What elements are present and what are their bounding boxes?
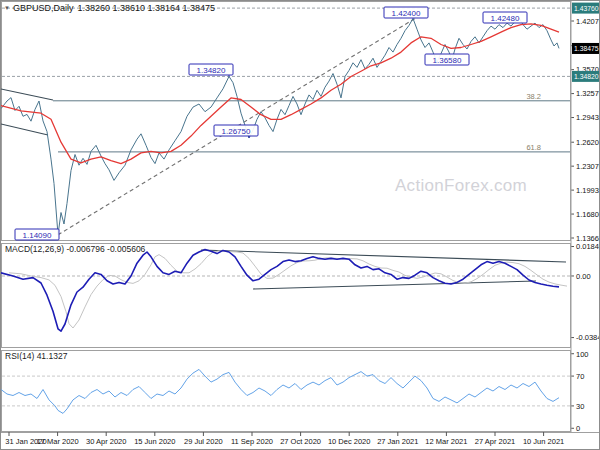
- date-tick-label: 27 Oct 2020: [280, 437, 321, 446]
- price-annotation-text: 1.36580: [433, 56, 462, 65]
- price-marker-text: 1.43760: [574, 5, 599, 12]
- axis-tick-label: -0.038483: [576, 333, 600, 342]
- date-tick-label: 11 Sep 2020: [231, 437, 273, 446]
- date-tick-label: 27 Jan 2021: [377, 437, 418, 446]
- axis-tick-label: 70: [576, 372, 584, 381]
- chart-title: ▼GBPUSD,Daily1.38260 1.38610 1.38164 1.3…: [4, 3, 215, 13]
- date-tick-label: 29 Jul 2020: [184, 437, 223, 446]
- rsi-plot-area[interactable]: [2, 351, 571, 432]
- price-plot-area[interactable]: [2, 2, 571, 241]
- axis-tick-label: 1.16800: [576, 210, 600, 219]
- chart-window: 38.261.81.140901.267501.348201.365801.42…: [0, 0, 600, 450]
- date-tick-label: 10 Dec 2020: [328, 437, 371, 446]
- price-marker-text: 1.34820: [574, 73, 599, 80]
- fib-ratio-label: 38.2: [526, 92, 541, 101]
- chart-canvas[interactable]: 38.261.81.140901.267501.348201.365801.42…: [1, 1, 600, 450]
- axis-tick-label: 1.19935: [576, 186, 600, 195]
- symbol-dropdown-icon: ▼: [4, 5, 10, 11]
- watermark: ActionForex.com: [361, 176, 561, 196]
- price-annotation-text: 1.34820: [197, 66, 226, 75]
- axis-tick-label: 1.29435: [576, 113, 600, 122]
- rsi-indicator-label: RSI(14) 41.1327: [5, 351, 67, 361]
- axis-tick-label: 30: [576, 402, 584, 411]
- date-tick-label: 15 Jun 2020: [134, 437, 175, 446]
- axis-tick-label: 1.32570: [576, 89, 600, 98]
- price-marker-text: 1.38475: [574, 45, 599, 52]
- symbol-name: GBPUSD,Daily: [13, 3, 74, 13]
- axis-tick-label: 0.018403: [576, 242, 600, 251]
- ohlc-values: 1.38260 1.38610 1.38164 1.38475: [77, 3, 215, 13]
- date-tick-label: 27 Apr 2021: [475, 437, 515, 446]
- axis-tick-label: 0: [576, 424, 580, 433]
- price-annotation-text: 1.42400: [392, 9, 421, 18]
- date-tick-label: 12 Mar 2021: [425, 437, 467, 446]
- date-tick-label: 30 Apr 2020: [86, 437, 126, 446]
- axis-tick-label: 100: [576, 350, 589, 359]
- date-tick-label: 17 Mar 2020: [37, 437, 79, 446]
- axis-tick-label: 1.26205: [576, 138, 600, 147]
- axis-tick-label: 1.42070: [576, 17, 600, 26]
- axis-tick-label: 0.00: [576, 272, 591, 281]
- price-annotation-text: 1.14090: [23, 231, 52, 240]
- axis-tick-label: 1.23070: [576, 162, 600, 171]
- price-annotation-text: 1.42480: [491, 14, 520, 23]
- date-tick-label: 10 Jun 2021: [523, 437, 564, 446]
- price-annotation-text: 1.26750: [222, 127, 251, 136]
- macd-indicator-label: MACD(12,26,9) -0.006796 -0.005606: [5, 244, 145, 254]
- fib-ratio-label: 61.8: [526, 143, 541, 152]
